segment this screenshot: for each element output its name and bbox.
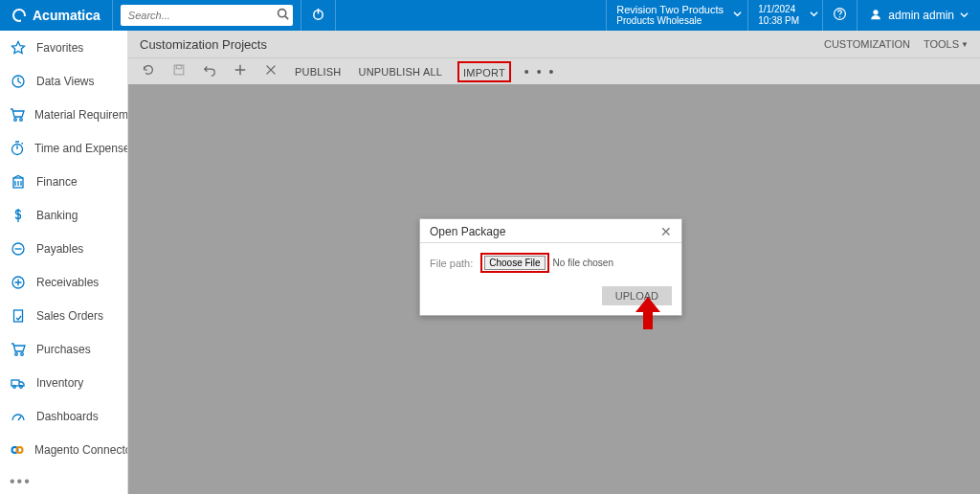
sidebar-item-label: Data Views [36, 75, 94, 88]
clock-icon [10, 74, 27, 89]
title-row: Customization Projects CUSTOMIZATION TOO… [128, 31, 980, 57]
sidebar-item-label: Dashboards [36, 410, 99, 423]
annotation-arrow-icon [635, 297, 660, 333]
sidebar-item-label: Favorites [36, 41, 83, 55]
svg-point-11 [20, 118, 23, 121]
svg-rect-1 [21, 16, 27, 22]
close-icon: ✕ [660, 224, 672, 239]
sidebar-item-time-expenses[interactable]: Time and Expenses [0, 131, 127, 165]
save-button[interactable] [170, 61, 188, 81]
sidebar-item-inventory[interactable]: Inventory [0, 366, 127, 399]
dialog-close-button[interactable]: ✕ [660, 225, 672, 238]
link-icon [10, 442, 25, 458]
stopwatch-icon [10, 141, 25, 156]
sidebar-more[interactable]: ••• [0, 469, 127, 494]
help-button[interactable] [822, 0, 857, 31]
search-area [113, 0, 301, 31]
svg-rect-25 [176, 65, 181, 69]
top-bar: Acumatica Revision Two Products Products… [0, 0, 980, 31]
truck-icon [10, 375, 27, 391]
sidebar-item-sales-orders[interactable]: Sales Orders [0, 299, 127, 332]
top-refresh-button[interactable] [301, 0, 336, 31]
sidebar-item-label: Payables [36, 242, 83, 256]
unpublish-all-button[interactable]: UNPUBLISH ALL [356, 64, 444, 79]
no-file-text: No file chosen [553, 258, 613, 268]
sidebar-item-receivables[interactable]: Receivables [0, 265, 127, 299]
add-button[interactable] [232, 61, 249, 81]
sidebar-item-payables[interactable]: Payables [0, 232, 127, 265]
user-icon [869, 8, 882, 24]
sidebar-item-label: Banking [36, 209, 78, 222]
refresh-button[interactable] [140, 61, 157, 81]
refresh-icon [142, 65, 155, 79]
sidebar-item-label: Magento Connector [34, 443, 127, 457]
publish-button[interactable]: PUBLISH [293, 64, 343, 79]
tools-menu[interactable]: TOOLS ▼ [924, 38, 969, 50]
sidebar-item-label: Time and Expenses [34, 142, 127, 155]
search-input[interactable] [121, 5, 293, 26]
sidebar-item-label: Receivables [36, 276, 99, 289]
business-date-selector[interactable]: 1/1/2024 10:38 PM [747, 0, 822, 31]
svg-point-10 [14, 118, 17, 121]
ellipsis-icon: • • • [524, 64, 555, 79]
import-button[interactable]: IMPORT [463, 67, 505, 79]
dollar-icon [10, 208, 27, 223]
save-icon [172, 65, 186, 79]
toolbar-more[interactable]: • • • [524, 64, 555, 79]
business-date: 1/1/2024 [758, 4, 813, 15]
choose-file-highlight: Choose File [480, 253, 548, 273]
sidebar-item-favorites[interactable]: Favorites [0, 31, 127, 64]
x-icon [264, 65, 278, 79]
building-icon [10, 174, 27, 190]
cart-icon [10, 107, 25, 123]
sidebar-item-label: Inventory [36, 376, 83, 390]
sidebar-item-label: Material Requirem… [34, 108, 127, 122]
undo-icon [203, 65, 216, 79]
choose-file-button[interactable]: Choose File [484, 256, 545, 270]
svg-point-18 [21, 352, 24, 355]
chevron-down-icon [960, 9, 969, 22]
link-customization[interactable]: CUSTOMIZATION [824, 38, 910, 50]
business-time: 10:38 PM [758, 15, 813, 27]
import-highlight: IMPORT [457, 61, 511, 82]
power-icon [311, 7, 325, 25]
sidebar-item-dashboards[interactable]: Dashboards [0, 399, 127, 433]
brand-logo-icon [11, 8, 27, 23]
tenant-selector[interactable]: Revision Two Products Products Wholesale [606, 0, 747, 31]
search-icon [277, 9, 289, 23]
sidebar-item-magento[interactable]: Magento Connector [0, 433, 127, 466]
minus-circle-icon [10, 241, 27, 257]
sidebar-item-banking[interactable]: Banking [0, 198, 127, 232]
delete-button[interactable] [262, 61, 279, 81]
brand[interactable]: Acumatica [0, 0, 113, 31]
help-icon [833, 7, 847, 25]
page-title: Customization Projects [140, 37, 267, 52]
sidebar-item-data-views[interactable]: Data Views [0, 64, 127, 98]
purchase-cart-icon [10, 342, 27, 357]
tenant-sub: Products Wholesale [616, 15, 738, 27]
svg-point-20 [13, 385, 16, 388]
undo-button[interactable] [201, 61, 218, 81]
sidebar-item-label: Sales Orders [36, 309, 103, 323]
svg-point-23 [17, 447, 23, 453]
sidebar-item-finance[interactable]: Finance [0, 165, 127, 198]
svg-point-21 [20, 385, 23, 388]
brand-text: Acumatica [33, 8, 100, 23]
user-menu[interactable]: admin admin [857, 0, 980, 31]
ellipsis-icon: ••• [10, 473, 32, 490]
sidebar-item-purchases[interactable]: Purchases [0, 332, 127, 366]
svg-line-3 [285, 16, 288, 19]
svg-point-2 [278, 10, 285, 17]
caret-down-icon: ▼ [961, 40, 969, 49]
main-area: Customization Projects CUSTOMIZATION TOO… [128, 31, 980, 494]
user-name: admin admin [888, 9, 954, 22]
sidebar-item-material[interactable]: Material Requirem… [0, 98, 127, 131]
svg-point-8 [874, 10, 879, 14]
document-icon [10, 308, 27, 324]
svg-point-7 [839, 16, 841, 18]
file-path-label: File path: [430, 258, 473, 269]
chevron-down-icon [810, 10, 818, 21]
search-button[interactable] [277, 8, 289, 23]
sidebar-item-label: Finance [36, 175, 78, 189]
gauge-icon [10, 409, 27, 424]
